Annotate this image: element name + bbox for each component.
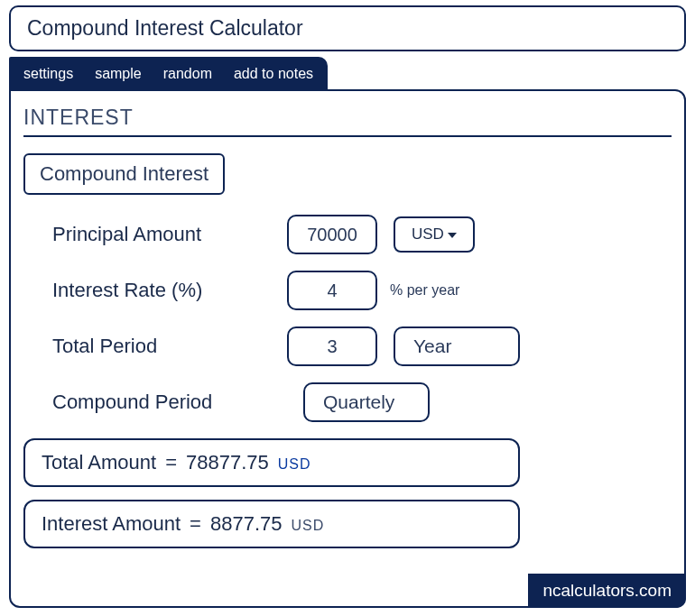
label-principal: Principal Amount (52, 223, 287, 246)
brand-footer: ncalculators.com (528, 574, 686, 608)
result-total-currency: USD (278, 456, 311, 473)
tab-settings[interactable]: settings (23, 66, 73, 82)
chevron-down-icon (448, 233, 457, 238)
currency-label: USD (412, 225, 444, 244)
calculator-panel: INTEREST Compound Interest Principal Amo… (9, 89, 686, 608)
label-compound: Compound Period (52, 391, 287, 414)
input-principal[interactable] (287, 215, 377, 254)
currency-dropdown[interactable]: USD (394, 216, 475, 253)
result-total-label: Total Amount (42, 451, 156, 474)
row-rate: Interest Rate (%) % per year (23, 271, 672, 310)
result-interest-currency: USD (291, 518, 324, 534)
tab-add-to-notes[interactable]: add to notes (234, 66, 313, 82)
period-unit-selector[interactable]: Year (394, 326, 520, 366)
compound-period-selector[interactable]: Quartely (303, 382, 430, 422)
section-heading: INTEREST (23, 106, 672, 137)
row-principal: Principal Amount USD (23, 215, 672, 254)
rate-suffix: % per year (390, 282, 459, 299)
input-period[interactable] (287, 326, 377, 366)
result-interest: Interest Amount = 8877.75 USD (23, 500, 520, 548)
label-rate: Interest Rate (%) (52, 279, 287, 302)
label-period: Total Period (52, 335, 287, 358)
row-period: Total Period Year (23, 326, 672, 366)
result-total: Total Amount = 78877.75 USD (23, 438, 520, 487)
mode-selector[interactable]: Compound Interest (23, 153, 225, 195)
result-interest-value: 8877.75 (210, 512, 283, 536)
tab-bar: settings sample random add to notes (9, 57, 328, 91)
page-title: Compound Interest Calculator (9, 5, 686, 51)
tab-sample[interactable]: sample (95, 66, 142, 82)
row-compound: Compound Period Quartely (23, 382, 672, 422)
result-total-value: 78877.75 (186, 451, 269, 474)
tab-random[interactable]: random (163, 66, 212, 82)
equals-sign: = (165, 451, 177, 474)
result-interest-label: Interest Amount (42, 512, 181, 536)
input-rate[interactable] (287, 271, 377, 310)
equals-sign: = (190, 512, 201, 536)
